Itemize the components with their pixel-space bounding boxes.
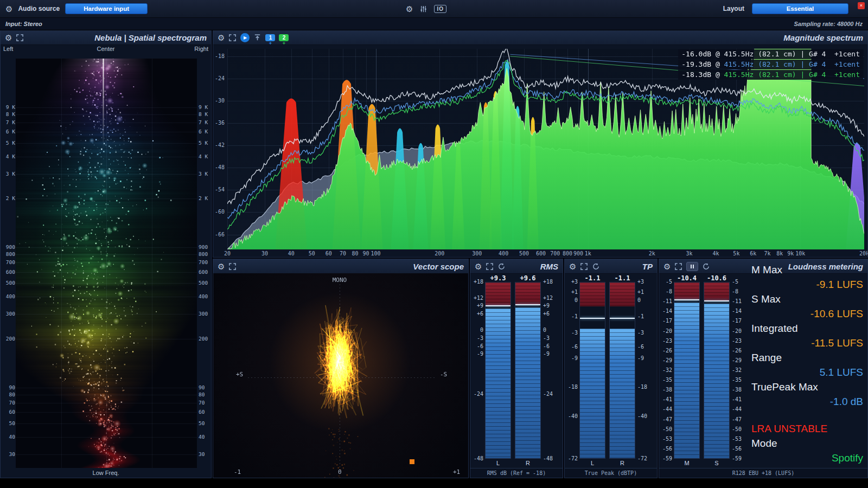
meter-peak-value: -10.6 [704, 274, 730, 282]
plus-one-label: +1 [453, 468, 460, 476]
spatial-settings-gear-icon[interactable]: ⚙ [5, 34, 12, 42]
meter-scale-label: +12 [470, 295, 483, 301]
tp-fullscreen-icon[interactable] [580, 262, 588, 271]
spectrum-fullscreen-icon[interactable] [228, 34, 237, 42]
meter-peak-hold-line [674, 299, 699, 300]
hardware-input-button[interactable]: Hardware input [65, 3, 148, 14]
audio-source-label: Audio source [18, 5, 60, 12]
meter-scale-label: -72 [565, 455, 578, 461]
spectrum-settings-gear-icon[interactable]: ⚙ [218, 34, 225, 42]
rms-reset-icon[interactable] [497, 262, 506, 271]
meter-scale-label: +1 [565, 289, 578, 295]
io-icon[interactable]: IO [434, 5, 446, 13]
meter-scale-label: 0 [565, 297, 578, 303]
freq-tick-label: 200 [197, 336, 212, 342]
meter-bar [515, 282, 541, 459]
meter-scale-label: 0 [543, 327, 561, 333]
spectrum-x-tick: 5k [733, 251, 739, 256]
meter-peak-hold-line [704, 300, 729, 301]
meter-scale-label: -6 [565, 344, 578, 350]
meter-over-zone [580, 282, 605, 306]
spectrum-y-tick: -60 [215, 209, 225, 215]
loudness-stat-value: -1.0 dB [751, 394, 863, 409]
meter-scale-label: 0 [637, 297, 656, 303]
loudness-stat-label: Integrated [751, 321, 863, 336]
vector-scope-panel: ⚙ Vector scope MONO +S -S -1 0 +1 [213, 259, 469, 478]
meter-peak-hold-line [580, 318, 605, 319]
meter-scale-label: -6 [543, 343, 561, 349]
meter-peak-hold-line [610, 318, 635, 319]
loudness-reset-icon[interactable] [702, 262, 710, 271]
rms-fullscreen-icon[interactable] [486, 262, 494, 271]
sliders-icon[interactable] [419, 5, 427, 13]
peak-hold-top-icon[interactable] [253, 34, 261, 42]
tp-reset-icon[interactable] [592, 262, 600, 271]
meter-scale-label: -3 [470, 335, 483, 341]
meter-channel-label: L [579, 460, 605, 466]
spectrum-header: ⚙ ▶ 1 + 2 + Magnitude spectrum [213, 30, 867, 45]
meter-scale-label: -26 [732, 348, 750, 354]
spectrum-y-tick: -42 [215, 142, 225, 148]
snapshot-slot-2[interactable]: 2 + [279, 34, 289, 46]
audio-source-gear-icon[interactable]: ⚙ [5, 5, 12, 13]
minus-one-label: -1 [234, 468, 241, 476]
freq-tick-label: 8 K [197, 111, 212, 117]
meter-channel-label: R [609, 460, 635, 466]
tp-settings-gear-icon[interactable]: ⚙ [569, 262, 576, 271]
snapshot-2-chip[interactable]: 2 [279, 34, 289, 41]
snapshot-1-add-icon[interactable]: + [269, 41, 272, 46]
meter-scale-label: -44 [659, 406, 672, 412]
freq-tick-label: 300 [197, 311, 212, 317]
loudness-pause-button[interactable] [686, 262, 698, 271]
meter-scale-label: -23 [659, 338, 672, 344]
loudness-fullscreen-icon[interactable] [674, 262, 682, 271]
meter-scale-label: -5 [659, 279, 672, 285]
meter-scale-label: -24 [543, 391, 561, 397]
loudness-stat-label: Range [751, 350, 863, 365]
snapshot-slot-1[interactable]: 1 + [265, 34, 275, 46]
snapshot-2-add-icon[interactable]: + [283, 41, 285, 46]
mode-value: Spotify [751, 451, 863, 465]
meter-scale-label: -35 [732, 377, 750, 383]
meter-scale-label: -72 [637, 455, 656, 461]
meter-peak-hold-line [515, 304, 540, 305]
freq-tick-label: 90 [1, 384, 15, 390]
vector-settings-gear-icon[interactable]: ⚙ [218, 262, 225, 271]
snapshot-1-chip[interactable]: 1 [265, 34, 275, 41]
freq-tick-label: 70 [1, 400, 15, 406]
meter-scale-label: 0 [470, 327, 483, 333]
settings-gear-icon[interactable]: ⚙ [406, 5, 413, 13]
freq-tick-label: 5 K [197, 140, 212, 146]
freq-tick-label: 4 K [197, 153, 212, 159]
spectrum-x-tick: 80 [352, 251, 359, 256]
rms-settings-gear-icon[interactable]: ⚙ [475, 262, 482, 271]
spatial-axis-top: Left Center Right [1, 46, 211, 53]
live-play-icon[interactable]: ▶ [240, 33, 250, 42]
essential-button[interactable]: Essential [752, 3, 848, 14]
spatial-freq-scale-right: 9 K8 K7 K6 K5 K4 K3 K2 K9008007006005004… [197, 59, 212, 468]
spatial-freq-scale-left: 9 K8 K7 K6 K5 K4 K3 K2 K9008007006005004… [1, 59, 15, 468]
spectrum-x-tick: 10k [795, 251, 805, 256]
meter-scale-label: -32 [659, 367, 672, 373]
low-freq-label: Low Freq. [1, 470, 211, 476]
freq-tick-label: 6 K [197, 129, 212, 134]
readout-line: -16.0dB @ 415.5Hz (82.1 cm) | G# 4 +1cen… [678, 49, 863, 59]
meter-scale-label: -3 [543, 335, 561, 341]
layout-label: Layout [723, 5, 744, 12]
meter-scale-label: -8 [659, 288, 672, 294]
layout-group: Layout Essential [723, 3, 868, 14]
topbar: ⚙ Audio source Hardware input ⚙ IO Layou… [0, 0, 868, 30]
meter-scale-label: +9 [543, 303, 561, 309]
spectrum-y-tick: -54 [215, 187, 225, 192]
meter-over-zone [704, 282, 729, 301]
meter-scale-label: -20 [659, 328, 672, 334]
spectrum-title: Magnitude spectrum [783, 33, 863, 42]
close-button[interactable]: × [858, 2, 865, 9]
spatial-fullscreen-icon[interactable] [16, 34, 24, 42]
meter-scale-label: -3 [565, 330, 578, 336]
vector-fullscreen-icon[interactable] [228, 262, 237, 271]
meter-scale-label: -9 [565, 355, 578, 361]
loudness-settings-gear-icon[interactable]: ⚙ [663, 262, 671, 271]
meter-scale-label: +18 [543, 279, 561, 285]
loudness-stats: M Max-9.1 LUFSS Max-10.6 LUFSIntegrated-… [751, 262, 863, 465]
